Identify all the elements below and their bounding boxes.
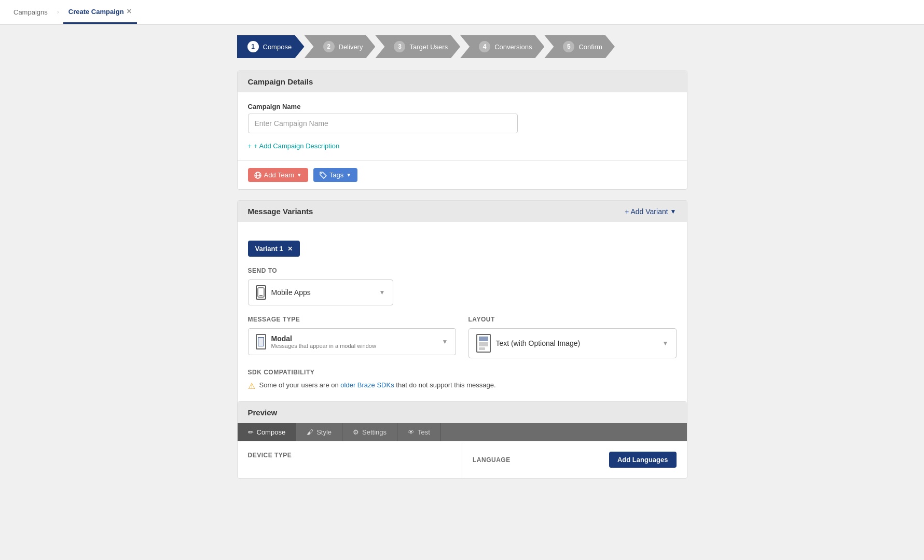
variant-tab-close-icon[interactable]: ✕	[287, 245, 293, 253]
sdk-compat-label: SDK COMPATIBILITY	[248, 369, 677, 376]
device-type-label: DEVICE TYPE	[248, 452, 452, 459]
layout-col: LAYOUT Text (with Optional Image) ▼	[468, 316, 677, 358]
step-number-2: 2	[323, 41, 335, 52]
eye-icon: 👁	[408, 428, 415, 436]
send-to-select[interactable]: Mobile Apps ▼	[248, 279, 393, 305]
modal-type-icon	[256, 334, 266, 349]
sdk-compatibility-section: SDK COMPATIBILITY ⚠ Some of your users a…	[248, 369, 677, 391]
add-variant-button[interactable]: + Add Variant ▼	[625, 207, 676, 216]
wizard-steps: 1 Compose 2 Delivery 3 Target Users 4 Co…	[237, 35, 687, 58]
layout-inner: Text (with Optional Image)	[476, 334, 581, 353]
step-number-1: 1	[247, 41, 259, 52]
sdk-warning-text: Some of your users are on	[259, 381, 339, 389]
language-label: LANGUAGE	[473, 456, 511, 464]
tab-settings[interactable]: ⚙ Settings	[342, 423, 397, 441]
send-to-chevron-icon: ▼	[379, 289, 385, 296]
language-row: LANGUAGE Add Languages	[473, 452, 677, 468]
variant-1-tab[interactable]: Variant 1 ✕	[248, 241, 300, 257]
step-label-compose: Compose	[263, 43, 292, 51]
sdk-link[interactable]: older Braze SDKs	[340, 381, 394, 389]
tags-chevron-icon: ▼	[346, 172, 351, 178]
message-type-label: MESSAGE TYPE	[248, 316, 456, 323]
tags-button[interactable]: Tags ▼	[313, 168, 357, 182]
message-type-name: Modal	[271, 334, 376, 343]
step-label-confirm: Confirm	[578, 43, 602, 51]
message-type-select[interactable]: Modal Messages that appear in a modal wi…	[248, 328, 456, 355]
campaign-details-card: Campaign Details Campaign Name + + Add C…	[237, 71, 687, 190]
paint-icon: 🖌	[307, 428, 313, 436]
mobile-apps-icon	[256, 285, 266, 300]
close-tab-icon[interactable]: ×	[127, 7, 131, 16]
tab-test[interactable]: 👁 Test	[397, 423, 441, 441]
campaign-name-input[interactable]	[248, 114, 518, 133]
message-type-chevron-icon: ▼	[442, 338, 448, 345]
campaign-details-header: Campaign Details	[238, 71, 687, 92]
layout-value: Text (with Optional Image)	[496, 339, 581, 347]
message-type-desc: Messages that appear in a modal window	[271, 343, 376, 349]
warning-icon: ⚠	[248, 381, 255, 391]
wizard-step-confirm[interactable]: 5 Confirm	[544, 35, 615, 58]
send-to-section: SEND TO Mobile Apps ▼	[248, 267, 677, 305]
tag-icon	[320, 172, 327, 179]
wizard-step-compose[interactable]: 1 Compose	[237, 35, 305, 58]
layout-icon	[476, 334, 491, 353]
campaign-details-body: Campaign Name + + Add Campaign Descripti…	[238, 92, 687, 160]
layout-select[interactable]: Text (with Optional Image) ▼	[468, 328, 677, 358]
wizard-step-delivery[interactable]: 2 Delivery	[305, 35, 376, 58]
step-label-conversions: Conversions	[494, 43, 532, 51]
tags-row: Add Team ▼ Tags ▼	[238, 160, 687, 189]
message-type-inner: Modal Messages that appear in a modal wi…	[256, 334, 376, 349]
campaign-name-group: Campaign Name	[248, 103, 677, 133]
gear-icon: ⚙	[353, 428, 359, 436]
add-variant-chevron-icon: ▼	[670, 208, 677, 215]
nav-create-campaign[interactable]: Create Campaign ×	[63, 1, 137, 24]
sdk-warning: ⚠ Some of your users are on older Braze …	[248, 381, 677, 391]
layout-chevron-icon: ▼	[663, 340, 669, 347]
step-label-target-users: Target Users	[409, 43, 448, 51]
preview-body: DEVICE TYPE LANGUAGE Add Languages	[238, 441, 687, 478]
message-variants-card: Message Variants + Add Variant ▼ Variant…	[237, 200, 687, 479]
add-team-chevron-icon: ▼	[297, 172, 302, 178]
step-label-delivery: Delivery	[339, 43, 363, 51]
step-number-4: 4	[479, 41, 490, 52]
step-number-5: 5	[563, 41, 574, 52]
add-team-button[interactable]: Add Team ▼	[248, 168, 308, 182]
preview-tabs: ✏ Compose 🖌 Style ⚙ Settings 👁 Test	[238, 423, 687, 441]
plus-icon: +	[248, 142, 252, 150]
add-languages-button[interactable]: Add Languages	[609, 452, 677, 468]
send-to-select-inner: Mobile Apps	[256, 285, 311, 300]
sdk-warning-text2: that do not support this message.	[396, 381, 495, 389]
tab-compose[interactable]: ✏ Compose	[238, 423, 297, 441]
preview-section: Preview ✏ Compose 🖌 Style ⚙ Settings 👁 T…	[238, 401, 687, 478]
pencil-icon: ✏	[248, 428, 254, 436]
message-variants-body: Variant 1 ✕ SEND TO Mobile Apps	[238, 222, 687, 401]
preview-left-panel: DEVICE TYPE	[238, 441, 463, 478]
layout-label: LAYOUT	[468, 316, 677, 323]
svg-point-3	[321, 173, 322, 174]
tab-style[interactable]: 🖌 Style	[296, 423, 342, 441]
add-description-text: + Add Campaign Description	[254, 142, 339, 150]
message-variants-header: Message Variants + Add Variant ▼	[238, 201, 687, 222]
step-number-3: 3	[394, 41, 405, 52]
main-content: 1 Compose 2 Delivery 3 Target Users 4 Co…	[229, 25, 696, 499]
send-to-label: SEND TO	[248, 267, 677, 274]
preview-right-panel: LANGUAGE Add Languages	[462, 441, 687, 478]
message-type-col: MESSAGE TYPE Modal Messages that appear …	[248, 316, 456, 358]
nav-campaigns[interactable]: Campaigns	[8, 2, 53, 22]
message-type-layout-row: MESSAGE TYPE Modal Messages that appear …	[248, 316, 677, 358]
add-description-link[interactable]: + + Add Campaign Description	[248, 142, 340, 150]
globe-icon	[254, 172, 261, 179]
wizard-step-target-users[interactable]: 3 Target Users	[375, 35, 460, 58]
preview-header: Preview	[238, 402, 687, 423]
campaign-name-label: Campaign Name	[248, 103, 677, 110]
wizard-step-conversions[interactable]: 4 Conversions	[460, 35, 544, 58]
top-nav: Campaigns › Create Campaign ×	[0, 0, 924, 25]
